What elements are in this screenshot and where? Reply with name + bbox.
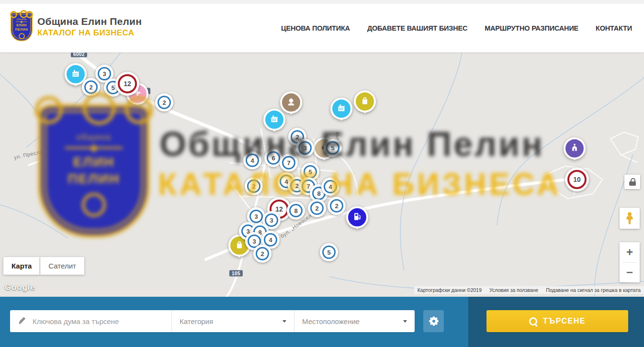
crest-curl bbox=[125, 96, 153, 124]
attribution-link[interactable]: Подаване на сигнал за грешка в картата bbox=[546, 287, 641, 293]
brand[interactable]: община ЕЛИН ПЕЛИН Община Елин Пелин КАТА… bbox=[11, 12, 142, 41]
pin-factory[interactable] bbox=[330, 98, 352, 120]
map-type-map-button[interactable]: Карта bbox=[3, 257, 40, 275]
map-attribution: Картографски данни ©2019Условия за ползв… bbox=[414, 286, 644, 294]
watermark-title: Община Елин Пелин bbox=[159, 124, 544, 164]
zoom-out-button[interactable]: − bbox=[620, 263, 640, 283]
crest-ornament bbox=[19, 33, 25, 39]
cluster-count: 3 bbox=[265, 213, 278, 227]
cluster-count: 4 bbox=[264, 233, 277, 246]
church-icon bbox=[569, 142, 580, 155]
pegman-icon bbox=[623, 212, 636, 225]
cluster-marker[interactable]: 10 bbox=[565, 168, 589, 191]
cluster-count: 3 bbox=[249, 210, 263, 223]
map-type-control: Карта Сателит bbox=[3, 257, 84, 275]
cluster-marker[interactable]: 8 bbox=[287, 201, 305, 220]
crest-org-text: община bbox=[76, 133, 112, 142]
location-select[interactable]: Местоположение bbox=[294, 310, 415, 332]
cluster-count: 12 bbox=[118, 74, 137, 93]
zoom-control: + − bbox=[620, 242, 640, 282]
road-badge: 6002 bbox=[71, 53, 87, 57]
factory-icon bbox=[70, 68, 81, 80]
header: община ЕЛИН ПЕЛИН Община Елин Пелин КАТА… bbox=[0, 0, 644, 53]
cluster-marker[interactable]: 2 bbox=[253, 245, 271, 263]
crest-curl bbox=[35, 96, 63, 124]
site-title: Община Елин Пелин bbox=[37, 16, 142, 27]
pin-bag[interactable] bbox=[354, 90, 376, 112]
worker-icon bbox=[286, 96, 296, 109]
advanced-search-button[interactable] bbox=[423, 310, 444, 332]
lock-icon bbox=[629, 178, 636, 186]
crest-ornament bbox=[65, 147, 123, 149]
cluster-count: 2 bbox=[158, 96, 171, 109]
street-view-pegman-button[interactable] bbox=[620, 208, 640, 229]
road-badge: 105 bbox=[229, 270, 243, 277]
pin-head bbox=[354, 90, 376, 112]
category-select-label: Категория bbox=[180, 317, 282, 325]
nav-item-2[interactable]: ДОБАВЕТЕ ВАШИЯТ БИЗНЕС bbox=[367, 24, 467, 32]
cluster-count: 3 bbox=[98, 67, 111, 80]
pin-head bbox=[330, 98, 352, 120]
lock-control-button[interactable] bbox=[624, 175, 640, 189]
nav-item-1[interactable]: ЦЕНОВА ПОЛИТИКА bbox=[281, 24, 350, 32]
cluster-count: 2 bbox=[310, 201, 324, 215]
search-fields: Категория Местоположение bbox=[10, 310, 415, 332]
keyword-field[interactable] bbox=[10, 310, 171, 332]
keyword-input[interactable] bbox=[32, 317, 171, 326]
cluster-marker[interactable]: 2 bbox=[155, 93, 173, 112]
google-logo[interactable]: Google bbox=[5, 283, 35, 292]
attribution-text: Картографски данни ©2019 bbox=[418, 287, 482, 293]
pencil-icon bbox=[18, 317, 26, 325]
category-select[interactable]: Категория bbox=[171, 310, 294, 332]
crest-org-text: община bbox=[16, 18, 26, 21]
pin-church[interactable] bbox=[564, 137, 586, 159]
nav-item-4[interactable]: КОНТАКТИ bbox=[596, 24, 632, 32]
gear-icon bbox=[428, 315, 440, 327]
crest-name-line2: ПЕЛИН bbox=[15, 27, 28, 32]
search-button-panel: ТЪРСЕНЕ bbox=[468, 297, 644, 347]
crest-name-line1: ЕЛИН bbox=[73, 154, 115, 170]
fuel-icon bbox=[352, 211, 362, 224]
bag-icon bbox=[234, 239, 245, 252]
cluster-count: 10 bbox=[567, 170, 587, 189]
attribution-link[interactable]: Условия за ползване bbox=[489, 287, 538, 293]
map-type-satellite-button[interactable]: Сателит bbox=[40, 257, 84, 275]
watermark-crest: община ЕЛИН ПЕЛИН bbox=[38, 104, 149, 237]
main-nav: ЦЕНОВА ПОЛИТИКАДОБАВЕТЕ ВАШИЯТ БИЗНЕСМАР… bbox=[281, 4, 632, 53]
crest-name-line2: ПЕЛИН bbox=[68, 170, 120, 187]
crest-name-line1: ЕЛИН bbox=[16, 23, 27, 27]
brand-text: Община Елин Пелин КАТАЛОГ НА БИЗНЕСА bbox=[37, 16, 142, 38]
nav-item-3[interactable]: МАРШРУТНО РАЗПИСАНИЕ bbox=[485, 24, 578, 32]
location-select-label: Местоположение bbox=[302, 317, 403, 325]
watermark-subtitle: КАТАЛОГ НА БИЗНЕСА bbox=[158, 167, 562, 202]
pin-head bbox=[346, 206, 368, 228]
pin-head bbox=[564, 137, 586, 159]
site-subtitle: КАТАЛОГ НА БИЗНЕСА bbox=[37, 28, 142, 38]
municipality-crest-logo: община ЕЛИН ПЕЛИН bbox=[11, 12, 33, 41]
chevron-down-icon bbox=[403, 320, 407, 323]
crest-curl bbox=[10, 11, 17, 18]
search-button-label: ТЪРСЕНЕ bbox=[543, 317, 586, 325]
map-canvas[interactable]: ул. Преславбул. „Новоселция 6002105 3251… bbox=[0, 53, 644, 297]
search-button[interactable]: ТЪРСЕНЕ bbox=[486, 310, 628, 332]
zoom-in-button[interactable]: + bbox=[620, 242, 640, 262]
crest-curl bbox=[83, 92, 115, 125]
cluster-count: 5 bbox=[322, 246, 336, 259]
bag-icon bbox=[360, 95, 370, 108]
cluster-count: 2 bbox=[84, 80, 98, 94]
pin-fuel[interactable] bbox=[346, 206, 368, 228]
crest-ornament bbox=[16, 22, 27, 22]
factory-icon bbox=[336, 102, 347, 115]
pin-worker[interactable] bbox=[280, 91, 302, 113]
chevron-down-icon bbox=[282, 320, 286, 323]
search-icon bbox=[529, 317, 537, 325]
cluster-marker[interactable]: 5 bbox=[320, 243, 338, 261]
cluster-count: 2 bbox=[256, 247, 269, 260]
pin-head bbox=[280, 91, 302, 113]
crest-curl bbox=[26, 11, 33, 18]
crest-ornament bbox=[82, 193, 106, 217]
cluster-marker[interactable]: 12 bbox=[115, 72, 139, 96]
cluster-count: 8 bbox=[289, 204, 303, 217]
search-bar: ТЪРСЕНЕ Категория Местоположение bbox=[0, 297, 644, 347]
